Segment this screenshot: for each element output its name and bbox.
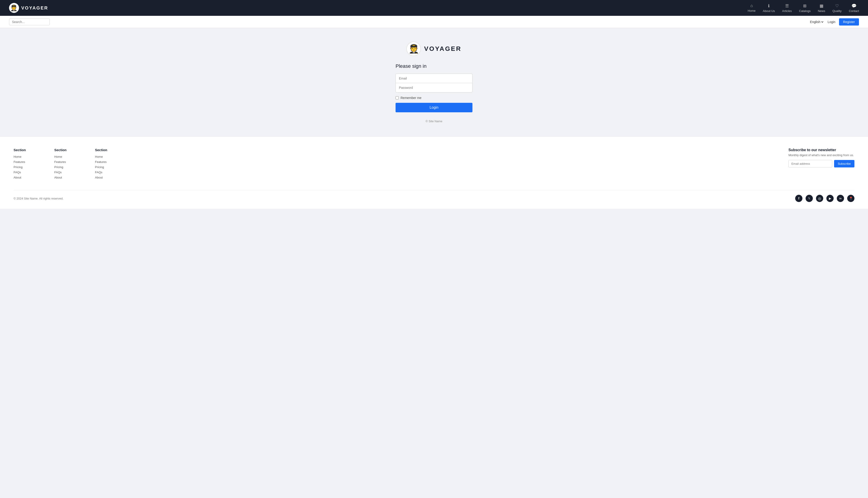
register-button[interactable]: Register	[839, 18, 859, 26]
nav-link-catalogs[interactable]: ⊞ Catalogs	[799, 3, 810, 13]
remember-label: Remember me	[400, 96, 422, 100]
footer-s1-features[interactable]: Features	[14, 160, 41, 163]
location-icon[interactable]: 📍	[847, 195, 854, 202]
footer-s3-about[interactable]: About	[95, 176, 122, 179]
quality-icon: ♡	[835, 3, 839, 8]
footer-s1-about[interactable]: About	[14, 176, 41, 179]
news-icon: ▦	[820, 3, 824, 8]
brand-logo-large: 🧑‍✈️	[406, 42, 421, 56]
nav-link-contact-label: Contact	[849, 9, 859, 13]
footer-top: Section Home Features Pricing FAQs About…	[14, 148, 854, 181]
nav-link-about-us[interactable]: ℹ About Us	[763, 3, 775, 13]
linkedin-icon[interactable]: in	[837, 195, 844, 202]
footer-s1-faqs[interactable]: FAQs	[14, 171, 41, 174]
nav-link-quality-label: Quality	[832, 9, 842, 13]
remember-checkbox[interactable]	[396, 96, 399, 100]
footer-s2-about[interactable]: About	[54, 176, 81, 179]
nav-link-news[interactable]: ▦ News	[818, 3, 825, 13]
footer-s3-features[interactable]: Features	[95, 160, 122, 163]
remember-row: Remember me	[396, 96, 422, 100]
nav-link-articles[interactable]: ☰ Articles	[782, 3, 792, 13]
search-input[interactable]	[9, 18, 50, 25]
nav-brand-name: VOYAGER	[21, 5, 48, 11]
footer-s3-pricing[interactable]: Pricing	[95, 166, 122, 169]
footer-s2-faqs[interactable]: FAQs	[54, 171, 81, 174]
nav-link-catalogs-label: Catalogs	[799, 9, 810, 13]
brand-center: 🧑‍✈️ VOYAGER	[406, 42, 461, 56]
footer-section-3: Section Home Features Pricing FAQs About	[95, 148, 122, 181]
newsletter-email-input[interactable]	[788, 160, 832, 168]
catalogs-icon: ⊞	[803, 3, 806, 8]
footer-s1-pricing[interactable]: Pricing	[14, 166, 41, 169]
footer-section-3-title: Section	[95, 148, 122, 152]
facebook-icon[interactable]: f	[795, 195, 802, 202]
signin-copyright: © Site Name	[426, 119, 442, 123]
newsletter-description: Monthly digest of what's new and excitin…	[788, 154, 854, 157]
articles-icon: ☰	[785, 3, 789, 8]
footer-section-1-title: Section	[14, 148, 41, 152]
footer-s2-home[interactable]: Home	[54, 155, 81, 158]
nav-link-home[interactable]: ⌂ Home	[748, 3, 756, 13]
language-select[interactable]: English	[809, 20, 824, 24]
subheader-right: English Login Register	[809, 18, 859, 26]
email-input[interactable]	[396, 74, 472, 83]
info-icon: ℹ	[768, 3, 770, 8]
footer: Section Home Features Pricing FAQs About…	[0, 136, 868, 209]
search-wrap	[9, 18, 50, 25]
login-button[interactable]: Login	[396, 103, 472, 112]
nav-link-about-us-label: About Us	[763, 9, 775, 13]
login-card: 🧑‍✈️ VOYAGER Please sign in Remember me …	[396, 42, 472, 123]
footer-s3-home[interactable]: Home	[95, 155, 122, 158]
brand-name-large: VOYAGER	[424, 45, 461, 52]
footer-s1-home[interactable]: Home	[14, 155, 41, 158]
contact-icon: 💬	[852, 3, 856, 8]
nav-link-home-label: Home	[748, 9, 756, 12]
footer-section-1: Section Home Features Pricing FAQs About	[14, 148, 41, 181]
nav-link-contact[interactable]: 💬 Contact	[849, 3, 859, 13]
footer-newsletter: Subscribe to our newsletter Monthly dige…	[788, 148, 854, 181]
footer-s3-faqs[interactable]: FAQs	[95, 171, 122, 174]
newsletter-row: Subscribe	[788, 160, 854, 168]
footer-copyright: © 2024 Site Name. All rights reserved.	[14, 197, 64, 200]
newsletter-title: Subscribe to our newsletter	[788, 148, 854, 152]
login-link[interactable]: Login	[828, 20, 835, 24]
nav-links: ⌂ Home ℹ About Us ☰ Articles ⊞ Catalogs …	[748, 3, 859, 13]
nav-logo: 🧑‍✈️	[9, 3, 19, 13]
youtube-icon[interactable]: ▶	[826, 195, 834, 202]
instagram-icon[interactable]: ◎	[816, 195, 823, 202]
nav-link-news-label: News	[818, 9, 825, 13]
footer-s2-features[interactable]: Features	[54, 160, 81, 163]
footer-section-2: Section Home Features Pricing FAQs About	[54, 148, 81, 181]
home-icon: ⌂	[750, 3, 753, 8]
subscribe-button[interactable]: Subscribe	[834, 160, 854, 168]
nav-brand[interactable]: 🧑‍✈️ VOYAGER	[9, 3, 48, 13]
signin-title: Please sign in	[396, 63, 426, 69]
nav-link-quality[interactable]: ♡ Quality	[832, 3, 842, 13]
footer-s2-pricing[interactable]: Pricing	[54, 166, 81, 169]
footer-bottom: © 2024 Site Name. All rights reserved. f…	[14, 190, 854, 202]
social-icons: f 𝕏 ◎ ▶ in 📍	[795, 195, 854, 202]
twitter-icon[interactable]: 𝕏	[806, 195, 813, 202]
subheader: English Login Register	[0, 16, 868, 28]
email-group	[396, 74, 472, 92]
password-input[interactable]	[396, 83, 472, 92]
nav-link-articles-label: Articles	[782, 9, 792, 13]
main-content: 🧑‍✈️ VOYAGER Please sign in Remember me …	[0, 28, 868, 136]
footer-section-2-title: Section	[54, 148, 81, 152]
navbar: 🧑‍✈️ VOYAGER ⌂ Home ℹ About Us ☰ Article…	[0, 0, 868, 16]
